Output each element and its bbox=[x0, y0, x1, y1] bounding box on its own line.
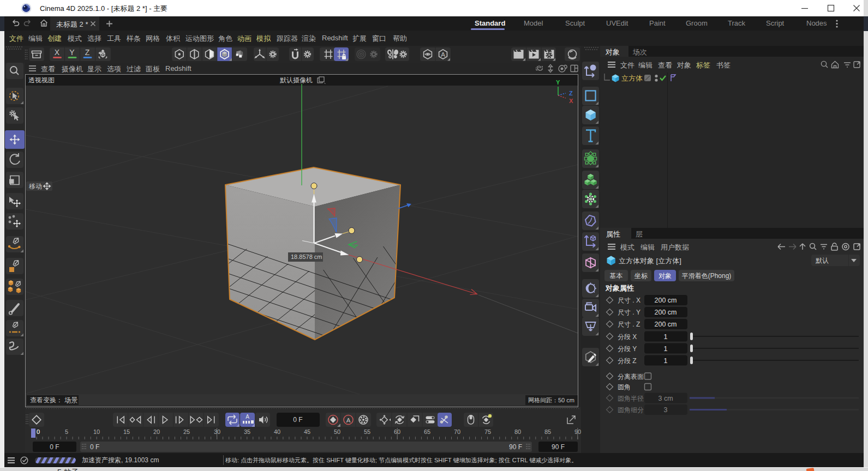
svg-text:1: 1 bbox=[664, 357, 668, 365]
svg-text:40: 40 bbox=[274, 428, 280, 435]
svg-text:尺寸 . Z: 尺寸 . Z bbox=[618, 321, 640, 328]
svg-text:90 F: 90 F bbox=[509, 443, 522, 451]
svg-text:X: X bbox=[569, 98, 573, 104]
svg-text:10: 10 bbox=[93, 428, 100, 435]
svg-text:立方体: 立方体 bbox=[621, 74, 643, 82]
svg-text:5: 5 bbox=[65, 428, 68, 435]
svg-text:分段 Y: 分段 Y bbox=[618, 345, 637, 353]
svg-text:85: 85 bbox=[544, 428, 551, 435]
svg-text:圆角: 圆角 bbox=[618, 383, 631, 391]
svg-text:A: A bbox=[441, 51, 445, 58]
svg-text:移动: 移动 bbox=[29, 183, 42, 190]
svg-text:分段 Z: 分段 Z bbox=[618, 357, 637, 365]
svg-text:50: 50 bbox=[334, 428, 340, 435]
svg-text:1: 1 bbox=[664, 333, 668, 341]
svg-text:A: A bbox=[246, 414, 249, 420]
svg-text:70: 70 bbox=[454, 428, 460, 435]
svg-text:0: 0 bbox=[37, 428, 40, 435]
svg-text:45: 45 bbox=[304, 428, 310, 435]
svg-text:80: 80 bbox=[514, 428, 521, 435]
svg-text:20: 20 bbox=[153, 428, 160, 435]
svg-text:3 cm: 3 cm bbox=[658, 395, 673, 402]
svg-text:1: 1 bbox=[664, 345, 668, 353]
svg-text:0 F: 0 F bbox=[90, 443, 99, 451]
svg-text:尺寸 . Y: 尺寸 . Y bbox=[618, 309, 640, 316]
svg-text:200 cm: 200 cm bbox=[655, 297, 677, 304]
svg-text:分离表面: 分离表面 bbox=[618, 373, 644, 381]
svg-text:200 cm: 200 cm bbox=[655, 321, 677, 328]
svg-text:分段 X: 分段 X bbox=[618, 333, 637, 341]
svg-text:A: A bbox=[346, 417, 351, 424]
svg-text:圆角半径: 圆角半径 bbox=[618, 395, 644, 402]
svg-text:查看变换： 场景: 查看变换： 场景 bbox=[30, 396, 77, 404]
svg-text:25: 25 bbox=[183, 428, 190, 435]
svg-text:65: 65 bbox=[424, 428, 430, 435]
svg-text:90 F: 90 F bbox=[552, 443, 565, 451]
svg-text:尺寸 . X: 尺寸 . X bbox=[618, 297, 640, 304]
svg-text:0 F: 0 F bbox=[293, 416, 302, 424]
svg-text:圆角细分: 圆角细分 bbox=[618, 406, 644, 414]
svg-text:默认摄像机: 默认摄像机 bbox=[280, 76, 313, 84]
svg-text:18.8578 cm: 18.8578 cm bbox=[291, 253, 322, 260]
svg-text:透视视图: 透视视图 bbox=[28, 76, 55, 84]
svg-text:Y: Y bbox=[556, 79, 560, 86]
svg-text:3: 3 bbox=[664, 406, 668, 414]
svg-text:200 cm: 200 cm bbox=[655, 309, 677, 316]
svg-text:75: 75 bbox=[484, 428, 491, 435]
svg-text:0 F: 0 F bbox=[50, 443, 59, 451]
svg-text:Z: Z bbox=[569, 90, 573, 96]
svg-text:网格间距：50 cm: 网格间距：50 cm bbox=[528, 397, 574, 403]
svg-text:Z: Z bbox=[85, 48, 90, 57]
svg-text:35: 35 bbox=[244, 428, 250, 435]
svg-text:X: X bbox=[55, 48, 60, 57]
svg-text:15: 15 bbox=[123, 428, 130, 435]
svg-text:55: 55 bbox=[364, 428, 370, 435]
svg-text:Y: Y bbox=[69, 48, 75, 57]
